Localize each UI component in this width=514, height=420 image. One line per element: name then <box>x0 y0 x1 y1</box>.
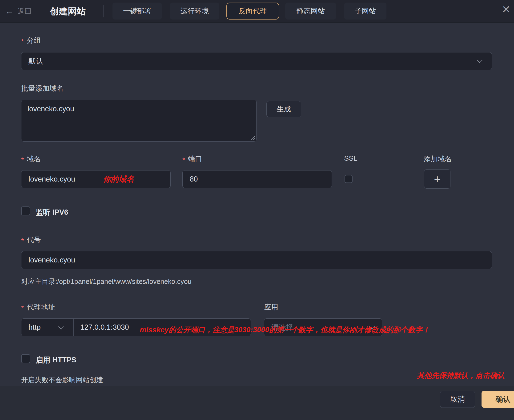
topbar-divider <box>103 5 104 17</box>
footer-annotation: 其他先保持默认，点击确认 <box>417 371 505 381</box>
batch-domains-textarea[interactable]: loveneko.cyou <box>21 100 257 142</box>
page-title: 创建网站 <box>50 0 86 22</box>
app-label: 应用 <box>264 302 278 312</box>
enable-https-checkbox[interactable] <box>21 354 30 363</box>
chevron-down-icon <box>58 324 64 330</box>
proxy-annotation: misskey的公开端口，注意是3030:3000的第一个数字，也就是你刚才修改… <box>140 325 430 335</box>
domain-label: 域名 <box>21 154 41 164</box>
group-select[interactable]: 默认 <box>21 52 492 70</box>
group-label: 分组 <box>21 36 41 45</box>
ssl-label: SSL <box>344 154 358 162</box>
domain-input[interactable]: loveneko.cyou <box>21 170 171 188</box>
domain-annotation: 你的域名 <box>103 174 134 185</box>
tab-subsite[interactable]: 子网站 <box>344 3 386 20</box>
alias-input-value: loveneko.cyou <box>21 256 75 264</box>
batch-domains-label: 批量添加域名 <box>21 84 63 93</box>
listen-ipv6-checkbox[interactable] <box>21 206 30 215</box>
topbar-divider <box>42 5 42 17</box>
add-domain-label: 添加域名 <box>424 154 452 164</box>
input-group-divider <box>73 319 74 336</box>
domain-input-value: loveneko.cyou <box>21 175 75 183</box>
resize-handle-icon[interactable] <box>250 135 255 140</box>
tab-one-click-deploy[interactable]: 一键部署 <box>113 3 162 20</box>
port-input-value: 80 <box>183 175 198 183</box>
proxy-address-label: 代理地址 <box>21 302 55 312</box>
tab-reverse-proxy-active[interactable]: 反向代理 <box>226 3 279 20</box>
https-help-text: 开启失败不会影响网站创建 <box>21 375 103 385</box>
group-select-value: 默认 <box>21 56 43 66</box>
back-arrow-icon: ← <box>5 7 14 15</box>
back-label: 返回 <box>17 7 31 16</box>
listen-ipv6-label: 监听 IPV6 <box>36 207 68 217</box>
batch-domains-value: loveneko.cyou <box>21 100 74 113</box>
tab-static-website[interactable]: 静态网站 <box>285 3 336 20</box>
alias-input[interactable]: loveneko.cyou <box>21 251 492 269</box>
confirm-button[interactable]: 确认 <box>482 391 514 408</box>
back-button[interactable]: ← 返回 <box>5 0 31 22</box>
add-domain-button[interactable]: + <box>424 169 451 189</box>
enable-https-label: 启用 HTTPS <box>36 355 76 365</box>
port-label: 端口 <box>182 154 202 164</box>
close-icon[interactable]: ✕ <box>502 4 510 15</box>
port-input[interactable]: 80 <box>182 170 332 188</box>
dialog-topbar: ← 返回 创建网站 一键部署 运行环境 反向代理 静态网站 子网站 ✕ <box>0 0 514 22</box>
ssl-checkbox[interactable] <box>345 175 353 183</box>
generate-button[interactable]: 生成 <box>266 101 301 117</box>
protocol-select-value: http <box>21 323 41 332</box>
chevron-down-icon <box>477 57 483 63</box>
cancel-button[interactable]: 取消 <box>440 391 475 408</box>
protocol-select[interactable]: http <box>21 319 73 336</box>
alias-label: 代号 <box>21 235 41 245</box>
dialog-footer <box>0 386 514 420</box>
tab-runtime-environment[interactable]: 运行环境 <box>170 3 219 20</box>
alias-help-text: 对应主目录:/opt/1panel/1panel/www/sites/loven… <box>21 277 192 286</box>
create-website-dialog: ← 返回 创建网站 一键部署 运行环境 反向代理 静态网站 子网站 ✕ 分组 默… <box>0 0 514 420</box>
